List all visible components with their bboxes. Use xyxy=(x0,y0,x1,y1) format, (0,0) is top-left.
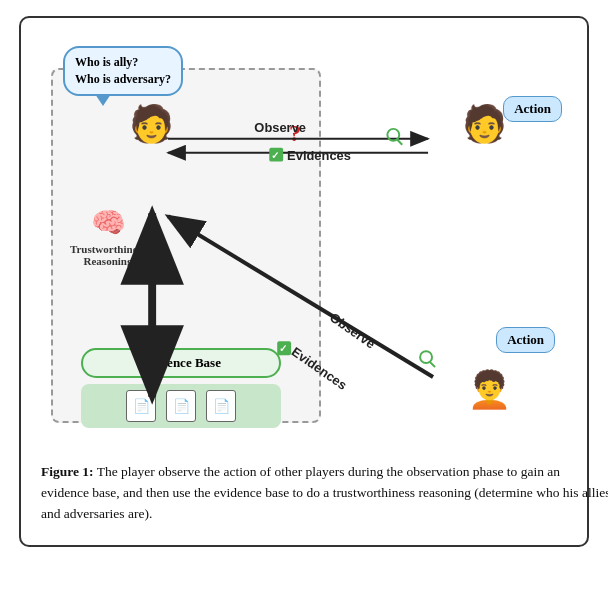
main-player-icon: 🧑 xyxy=(129,106,174,142)
trustworthiness-label: Trustworthiness Reasoning xyxy=(70,243,146,267)
evidence-base-box: Evidence Base 📄 📄 📄 xyxy=(81,348,281,428)
evidence-doc-2: 📄 xyxy=(166,390,196,422)
evidence-base-label: Evidence Base xyxy=(81,348,281,378)
diagram: Who is ally? Who is adversary? ? 🧑 🧑 🧑‍🦱… xyxy=(41,38,567,448)
evidence-doc-3: 📄 xyxy=(206,390,236,422)
evidence-base-text: Evidence Base xyxy=(141,355,221,370)
trustworthiness-line2: Reasoning xyxy=(84,255,133,267)
avatar-bottom-right: 🧑‍🦱 xyxy=(467,372,512,408)
speech-line2: Who is adversary? xyxy=(75,72,171,86)
brain-reasoning-area: 🧠 Trustworthiness Reasoning xyxy=(63,206,153,267)
avatar-top-right: 🧑 xyxy=(462,106,507,142)
action-bubble-bottom: Action xyxy=(496,327,555,353)
figure-container: Who is ally? Who is adversary? ? 🧑 🧑 🧑‍🦱… xyxy=(19,16,589,547)
svg-line-8 xyxy=(397,140,402,145)
trustworthiness-line1: Trustworthiness xyxy=(70,243,146,255)
question-mark-icon: ? xyxy=(289,120,301,147)
action-bubble-top: Action xyxy=(503,96,562,122)
action-bottom-label: Action xyxy=(507,332,544,347)
svg-line-17 xyxy=(430,362,435,367)
svg-point-7 xyxy=(387,129,399,141)
caption-text: The player observe the action of other p… xyxy=(41,464,608,521)
figure-caption: Figure 1: The player observe the action … xyxy=(41,462,608,525)
top-right-player-icon: 🧑 xyxy=(462,106,507,142)
caption-label: Figure 1: xyxy=(41,464,94,479)
brain-icon: 🧠 xyxy=(91,206,126,239)
evidence-doc-1: 📄 xyxy=(126,390,156,422)
avatar-main: 🧑 xyxy=(129,106,174,142)
bottom-right-player-icon: 🧑‍🦱 xyxy=(467,372,512,408)
speech-line1: Who is ally? xyxy=(75,55,138,69)
action-top-label: Action xyxy=(514,101,551,116)
svg-point-16 xyxy=(420,351,432,363)
speech-bubble: Who is ally? Who is adversary? xyxy=(63,46,183,96)
svg-text:Observe: Observe xyxy=(327,310,378,352)
evidence-icons-row: 📄 📄 📄 xyxy=(81,384,281,428)
